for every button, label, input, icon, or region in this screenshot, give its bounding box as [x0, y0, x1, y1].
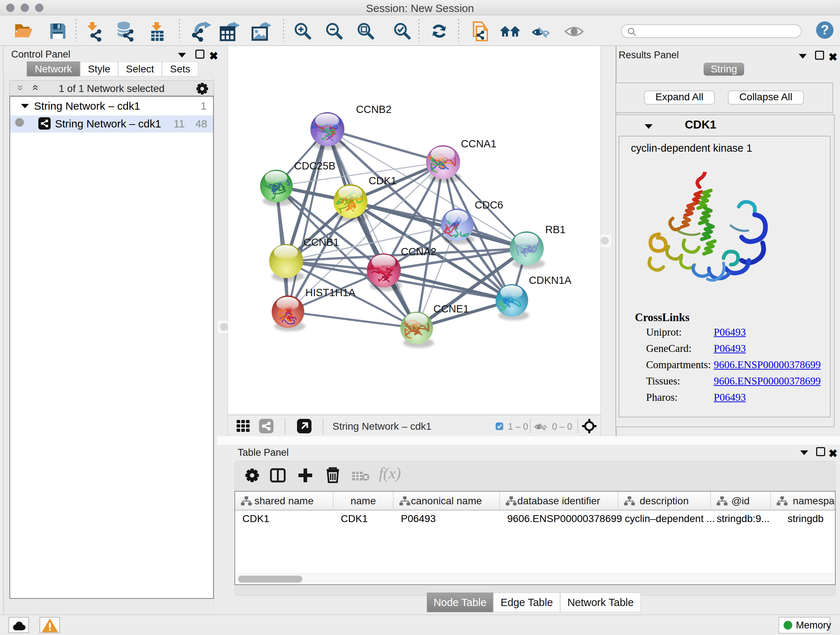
svg-text:CDC25B: CDC25B	[294, 160, 335, 172]
svg-text:HIST1H1A: HIST1H1A	[305, 287, 355, 298]
svg-text:?: ?	[821, 22, 829, 37]
svg-text:CDKN1A: CDKN1A	[529, 274, 572, 286]
svg-text:CCNA2: CCNA2	[401, 246, 436, 257]
svg-text:CCNE1: CCNE1	[433, 303, 469, 315]
svg-text:CDC6: CDC6	[475, 199, 503, 211]
svg-text:CDK1: CDK1	[369, 175, 396, 187]
svg-text:CCNB1: CCNB1	[303, 236, 339, 248]
svg-text:CCNB2: CCNB2	[356, 103, 392, 115]
svg-text:CCNA1: CCNA1	[461, 138, 496, 149]
svg-text:RB1: RB1	[545, 224, 565, 235]
